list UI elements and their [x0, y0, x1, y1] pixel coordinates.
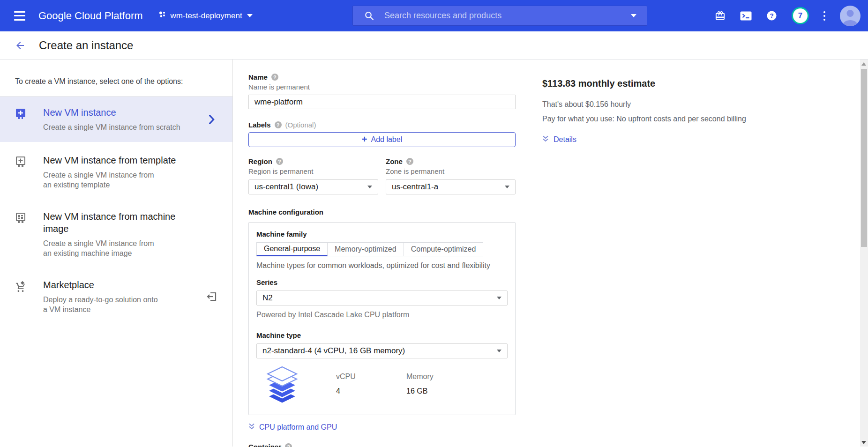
- zone-hint: Zone is permanent: [386, 167, 516, 175]
- memory-label: Memory: [406, 372, 477, 381]
- tab-compute-optimized[interactable]: Compute-optimized: [404, 242, 484, 256]
- avatar[interactable]: [840, 6, 861, 26]
- monthly-estimate-title: $113.83 monthly estimate: [542, 78, 840, 89]
- brand-logo[interactable]: Google Cloud Platform: [38, 10, 143, 22]
- search-input[interactable]: [383, 10, 631, 21]
- sidebar-item-marketplace[interactable]: Marketplace Deploy a ready-to-go solutio…: [0, 279, 232, 314]
- labels-label: Labels: [248, 121, 271, 129]
- details-link[interactable]: Details: [542, 135, 840, 144]
- layers-icon: [265, 366, 299, 407]
- machine-image-icon: [15, 212, 26, 224]
- container-help-icon[interactable]: ?: [285, 443, 292, 447]
- machine-family-description: Machine types for common workloads, opti…: [256, 261, 508, 270]
- vertical-scrollbar[interactable]: [860, 60, 868, 447]
- project-switcher[interactable]: wm-test-deployment: [158, 11, 253, 21]
- vcpu-value: 4: [336, 387, 406, 395]
- machine-family-label: Machine family: [256, 230, 508, 238]
- search-dropdown-icon[interactable]: [631, 14, 636, 17]
- search-bar[interactable]: [352, 6, 647, 26]
- vm-instance-icon: [15, 108, 26, 119]
- region-select[interactable]: us-central1 (Iowa): [248, 179, 378, 194]
- menu-icon[interactable]: [14, 11, 25, 21]
- svg-text:?: ?: [770, 12, 773, 19]
- option-desc: Deploy a ready-to-go solution onto a VM …: [43, 295, 198, 314]
- top-app-bar: Google Cloud Platform wm-test-deployment…: [0, 0, 868, 31]
- zone-label: Zone: [386, 157, 403, 165]
- chevron-down-icon: [247, 14, 253, 17]
- add-label-button[interactable]: + Add label: [248, 132, 516, 147]
- hourly-estimate-text: That's about $0.156 hourly: [542, 100, 840, 109]
- page-header: Create an instance: [0, 31, 868, 60]
- plus-icon: +: [362, 134, 367, 145]
- vm-template-icon: [15, 156, 26, 167]
- name-hint: Name is permanent: [248, 83, 534, 91]
- topbar-actions: ? 7: [715, 0, 861, 31]
- sidebar-item-new-vm-instance[interactable]: New VM instance Create a single VM insta…: [0, 97, 232, 142]
- zone-select[interactable]: us-central1-a: [386, 179, 516, 194]
- project-name: wm-test-deployment: [171, 11, 242, 21]
- machine-configuration-card: Machine family General-purpose Memory-op…: [248, 222, 516, 415]
- chevron-down-icon: [497, 350, 501, 352]
- cloud-shell-icon[interactable]: [740, 11, 752, 21]
- option-title: New VM instance: [43, 106, 198, 119]
- region-label: Region: [248, 157, 272, 165]
- marketplace-cart-icon: [15, 281, 26, 293]
- region-hint: Region is permanent: [248, 167, 378, 175]
- chevron-right-icon: [209, 115, 215, 124]
- region-value: us-central1 (Iowa): [254, 182, 318, 192]
- details-text: Details: [554, 135, 576, 144]
- gift-icon[interactable]: [715, 10, 726, 21]
- series-label: Series: [256, 278, 508, 286]
- region-help-icon[interactable]: ?: [276, 158, 283, 165]
- machine-family-tabs: General-purpose Memory-optimized Compute…: [256, 242, 508, 256]
- memory-value: 16 GB: [406, 387, 477, 395]
- labels-optional: (Optional): [285, 121, 316, 129]
- instance-form: Name ? Name is permanent Labels ? (Optio…: [233, 60, 534, 447]
- option-title: New VM instance from machine image: [43, 210, 198, 235]
- cpu-platform-gpu-text: CPU platform and GPU: [259, 423, 337, 432]
- expand-more-icon: [542, 135, 549, 144]
- sidebar-intro-text: To create a VM instance, select one of t…: [0, 60, 232, 86]
- scroll-down-arrow-icon[interactable]: [861, 441, 866, 444]
- help-icon[interactable]: ?: [766, 10, 777, 21]
- machine-type-label: Machine type: [256, 331, 508, 339]
- notifications-badge[interactable]: 7: [792, 7, 809, 24]
- chevron-down-icon: [367, 186, 372, 188]
- container-section: Container ? Deploy a container image to …: [248, 443, 534, 447]
- more-options-icon[interactable]: [823, 11, 825, 21]
- machine-configuration-title: Machine configuration: [248, 208, 534, 216]
- add-label-text: Add label: [371, 135, 402, 144]
- open-marketplace-icon[interactable]: [206, 291, 217, 302]
- zone-help-icon[interactable]: ?: [406, 158, 413, 165]
- project-grid-icon: [158, 11, 166, 21]
- machine-spec-summary: vCPU 4 Memory 16 GB: [256, 366, 508, 407]
- labels-help-icon[interactable]: ?: [275, 121, 282, 128]
- container-label: Container: [248, 443, 281, 447]
- content-area: To create a VM instance, select one of t…: [0, 60, 868, 447]
- page-title: Create an instance: [39, 39, 133, 52]
- sidebar-item-new-vm-from-machine-image[interactable]: New VM instance from machine image Creat…: [0, 210, 232, 258]
- cpu-platform-gpu-link[interactable]: CPU platform and GPU: [248, 423, 534, 432]
- sidebar-item-new-vm-from-template[interactable]: New VM instance from template Create a s…: [0, 154, 232, 190]
- name-label: Name: [248, 73, 268, 81]
- scroll-up-arrow-icon[interactable]: [861, 62, 866, 66]
- tab-memory-optimized[interactable]: Memory-optimized: [328, 242, 404, 256]
- machine-type-value: n2-standard-4 (4 vCPU, 16 GB memory): [262, 346, 405, 356]
- series-select[interactable]: N2: [256, 291, 508, 305]
- option-title: Marketplace: [43, 279, 198, 291]
- vcpu-label: vCPU: [336, 372, 406, 381]
- expand-more-icon: [248, 423, 255, 432]
- zone-value: us-central1-a: [392, 182, 438, 192]
- machine-type-select[interactable]: n2-standard-4 (4 vCPU, 16 GB memory): [256, 343, 508, 358]
- option-desc: Create a single VM instance from an exis…: [43, 238, 198, 258]
- name-help-icon[interactable]: ?: [271, 74, 278, 81]
- cost-estimate-panel: $113.83 monthly estimate That's about $0…: [534, 60, 868, 447]
- search-icon: [364, 11, 374, 21]
- series-value: N2: [262, 293, 273, 303]
- back-arrow-icon[interactable]: [14, 40, 26, 51]
- tab-general-purpose[interactable]: General-purpose: [256, 242, 328, 256]
- scrollbar-thumb[interactable]: [861, 69, 867, 247]
- billing-note-text: Pay for what you use: No upfront costs a…: [542, 115, 840, 123]
- option-title: New VM instance from template: [43, 154, 198, 166]
- name-input[interactable]: [248, 95, 516, 109]
